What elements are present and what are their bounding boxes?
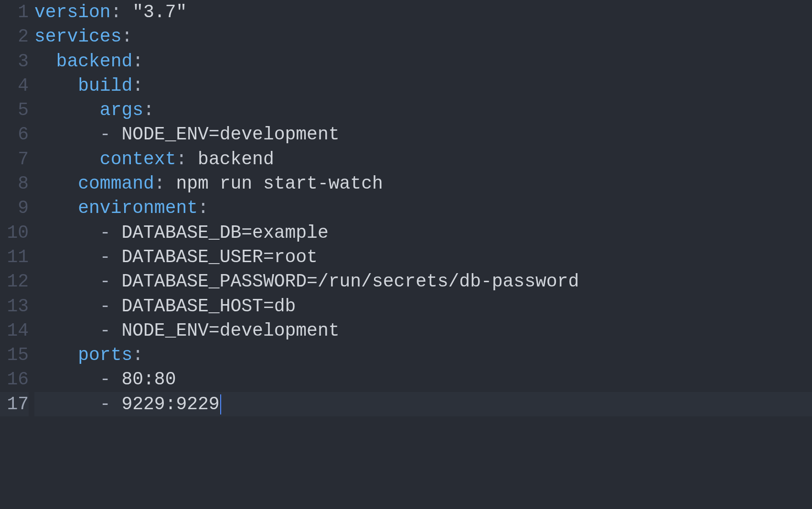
code-line[interactable]: - 9229:9229 [34,392,812,416]
code-content[interactable]: version: "3.7"services: backend: build: … [34,0,812,509]
token-key: build [78,75,132,96]
token-plain [34,247,100,267]
line-number: 3 [0,49,29,74]
token-dash: - [100,124,122,145]
token-dash: - [100,394,122,414]
token-plain [34,320,100,341]
token-value: DATABASE_USER=root [121,247,317,267]
token-value: DATABASE_DB=example [121,223,328,243]
token-plain [34,345,78,365]
token-punct: : [111,2,133,22]
code-editor[interactable]: 1234567891011121314151617 version: "3.7"… [0,0,812,509]
token-punct: : [198,198,209,218]
token-string: "3.7" [132,2,187,22]
token-value: NODE_ENV=development [121,320,339,341]
code-line[interactable]: - NODE_ENV=development [34,122,812,147]
line-number: 1 [0,0,29,24]
code-line[interactable]: services: [34,24,812,49]
line-number: 8 [0,171,29,196]
code-line[interactable]: - 80:80 [34,367,812,392]
token-punct: : [132,51,143,72]
text-cursor [220,394,221,414]
token-plain [34,149,100,170]
line-number: 12 [0,269,29,294]
token-value: 9229:9229 [121,394,219,414]
token-plain [34,173,78,194]
token-dash: - [100,369,122,390]
token-plain [34,51,56,72]
token-value: DATABASE_PASSWORD=/run/secrets/db-passwo… [121,271,579,292]
token-punct: : [143,100,154,120]
code-line[interactable]: context: backend [34,147,812,171]
line-number: 17 [0,392,29,416]
line-number: 7 [0,147,29,171]
line-number: 16 [0,367,29,392]
token-punct: : [121,26,132,47]
token-dash: - [100,247,122,267]
line-number: 2 [0,24,29,49]
token-plain [34,296,100,317]
token-value: npm run start-watch [176,173,383,194]
token-plain [34,198,78,218]
code-line[interactable]: backend: [34,49,812,74]
token-punct: : [132,345,143,365]
token-key: command [78,173,154,194]
token-value: DATABASE_HOST=db [121,296,296,317]
line-number: 9 [0,196,29,220]
line-number: 11 [0,245,29,269]
token-plain [34,75,78,96]
token-value: backend [198,149,274,170]
token-key: services [34,26,121,47]
code-line[interactable]: - NODE_ENV=development [34,318,812,343]
token-punct: : [154,173,176,194]
token-dash: - [100,271,122,292]
code-line[interactable]: - DATABASE_USER=root [34,245,812,269]
token-plain [34,394,100,414]
code-line[interactable]: version: "3.7" [34,0,812,24]
token-key: context [100,149,176,170]
token-value: NODE_ENV=development [121,124,339,145]
code-line[interactable]: ports: [34,343,812,367]
token-plain [34,100,100,120]
token-punct: : [176,149,198,170]
token-plain [34,223,100,243]
token-key: args [100,100,143,120]
token-value: 80:80 [121,369,176,390]
line-number: 13 [0,294,29,318]
line-number: 4 [0,74,29,98]
token-plain [34,369,100,390]
token-key: version [34,2,111,22]
token-key: backend [56,51,133,72]
line-number-gutter: 1234567891011121314151617 [0,0,34,509]
code-line[interactable]: args: [34,98,812,122]
token-dash: - [100,320,122,341]
code-line[interactable]: - DATABASE_PASSWORD=/run/secrets/db-pass… [34,269,812,294]
line-number: 15 [0,343,29,367]
token-key: ports [78,345,132,365]
code-line[interactable]: - DATABASE_DB=example [34,221,812,245]
code-line[interactable]: environment: [34,196,812,220]
token-punct: : [132,75,143,96]
token-plain [34,271,100,292]
line-number: 14 [0,318,29,343]
code-line[interactable]: - DATABASE_HOST=db [34,294,812,318]
token-key: environment [78,198,198,218]
code-line[interactable]: build: [34,74,812,98]
code-line[interactable]: command: npm run start-watch [34,171,812,196]
token-dash: - [100,223,122,243]
token-dash: - [100,296,122,317]
line-number: 6 [0,122,29,147]
token-plain [34,124,100,145]
line-number: 5 [0,98,29,122]
line-number: 10 [0,221,29,245]
